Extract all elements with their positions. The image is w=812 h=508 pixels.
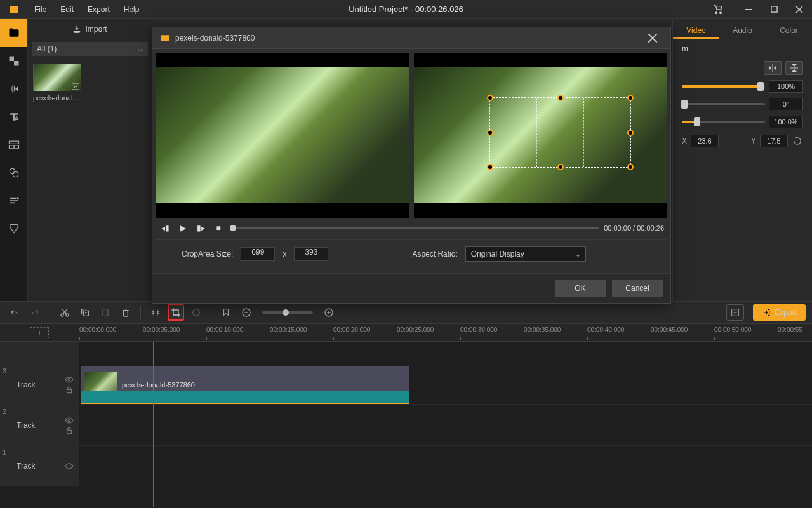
minimize-button[interactable]	[736, 0, 761, 19]
properties-panel: Video Audio Color m 100% 0° 100.0% X 23.…	[672, 19, 812, 301]
sidebar-filters[interactable]	[0, 215, 27, 243]
export-icon	[762, 308, 771, 317]
tab-video[interactable]: Video	[673, 22, 719, 39]
play-button[interactable]: ▶	[176, 222, 189, 234]
svg-text:A: A	[14, 116, 18, 123]
split-button[interactable]	[147, 304, 164, 321]
crop-handle[interactable]	[627, 164, 634, 170]
marker-button[interactable]	[218, 304, 234, 321]
crop-handle[interactable]	[627, 95, 634, 101]
cut-button[interactable]	[57, 304, 73, 321]
ruler-tick: 00:00:20.000	[333, 326, 370, 333]
chevron-down-icon: ⌵	[576, 250, 580, 258]
opacity-slider[interactable]	[682, 121, 765, 123]
cancel-button[interactable]: Cancel	[612, 280, 663, 297]
flip-horizontal-button[interactable]	[764, 61, 782, 75]
timeline-tracks: 3 Track pexels-donald-5377860 2 Track	[0, 342, 812, 507]
close-button[interactable]	[787, 0, 812, 19]
y-value[interactable]: 17.5	[760, 135, 788, 147]
svg-rect-20	[67, 389, 72, 392]
export-label: Export	[775, 308, 797, 317]
tab-color[interactable]: Color	[766, 22, 812, 39]
crop-handle[interactable]	[487, 95, 493, 101]
lock-icon[interactable]	[65, 385, 74, 394]
sidebar-media[interactable]	[0, 19, 27, 47]
dialog-close-button[interactable]	[648, 30, 663, 46]
prev-frame-button[interactable]: ◂▮	[159, 222, 171, 234]
opacity-value[interactable]: 100.0%	[769, 116, 803, 128]
menu-help[interactable]: Help	[117, 3, 146, 17]
reset-icon[interactable]	[792, 135, 803, 147]
media-thumbnail[interactable]: pexels-donal...	[33, 64, 84, 102]
scrub-bar[interactable]	[230, 227, 599, 229]
svg-point-15	[193, 309, 200, 316]
maximize-button[interactable]	[761, 0, 787, 19]
delete-button[interactable]	[117, 304, 134, 321]
zoom-slider[interactable]	[262, 311, 313, 314]
menu-export[interactable]: Export	[81, 3, 116, 17]
x-value[interactable]: 23.6	[691, 135, 719, 147]
paste-button[interactable]	[97, 304, 114, 321]
sidebar-audio[interactable]	[0, 75, 27, 103]
track-number: 1	[3, 448, 6, 456]
crop-handle[interactable]	[557, 95, 564, 101]
crop-button[interactable]	[168, 304, 184, 321]
crop-width-input[interactable]: 699	[241, 247, 275, 261]
crop-rectangle[interactable]	[489, 97, 631, 168]
menu-file[interactable]: File	[28, 3, 53, 17]
scale-value[interactable]: 100%	[769, 80, 803, 93]
svg-point-19	[68, 378, 70, 381]
cart-icon[interactable]	[705, 0, 731, 19]
visibility-icon[interactable]	[65, 462, 74, 471]
dialog-header[interactable]: pexels-donald-5377860	[152, 27, 670, 49]
sidebar-overlay[interactable]	[0, 131, 27, 159]
crop-handle[interactable]	[487, 130, 493, 136]
dialog-title: pexels-donald-5377860	[175, 34, 255, 43]
prop-section-label: m	[673, 44, 812, 53]
sidebar-transition[interactable]	[0, 47, 27, 75]
sidebar-subtitle[interactable]	[0, 187, 27, 215]
add-track-button[interactable]: +	[30, 327, 49, 338]
crop-handle[interactable]	[487, 164, 493, 170]
svg-rect-5	[14, 145, 18, 149]
sidebar: A	[0, 19, 28, 301]
zoom-out-button[interactable]	[238, 304, 255, 321]
aspect-value: Original Display	[471, 250, 524, 258]
ruler-tick: 00:00:35.000	[524, 326, 561, 333]
rotate-slider[interactable]	[682, 103, 765, 105]
ruler-tick: 00:00:05.000	[143, 326, 180, 333]
crop-height-input[interactable]: 393	[294, 247, 328, 261]
media-filter-dropdown[interactable]: All (1) ⌵	[32, 42, 148, 56]
flip-vertical-button[interactable]	[785, 61, 803, 75]
lock-icon[interactable]	[65, 426, 74, 435]
crop-preview-right[interactable]	[414, 53, 667, 218]
redo-button[interactable]	[27, 304, 43, 321]
ok-button[interactable]: OK	[555, 280, 606, 297]
sidebar-text[interactable]: A	[0, 103, 27, 131]
crop-size-label: CropArea Size:	[182, 250, 233, 258]
render-button[interactable]	[726, 304, 744, 321]
chevron-down-icon: ⌵	[138, 44, 143, 53]
speed-button[interactable]	[188, 304, 204, 321]
crop-handle[interactable]	[557, 164, 564, 170]
undo-button[interactable]	[6, 304, 23, 321]
import-button[interactable]: Import	[28, 19, 152, 39]
timeline-ruler[interactable]: + 00:00:00.00000:00:05.00000:00:10.00000…	[0, 324, 812, 342]
ruler-tick: 00:00:00.000	[79, 326, 116, 333]
ruler-tick: 00:00:30.000	[460, 326, 497, 333]
aspect-ratio-dropdown[interactable]: Original Display ⌵	[465, 246, 586, 262]
menu-edit[interactable]: Edit	[54, 3, 80, 17]
visibility-icon[interactable]	[65, 375, 74, 384]
zoom-in-button[interactable]	[321, 304, 337, 321]
next-frame-button[interactable]: ▮▸	[194, 222, 207, 234]
export-button[interactable]: Export	[753, 304, 806, 321]
rotate-value[interactable]: 0°	[769, 98, 803, 110]
sidebar-elements[interactable]	[0, 159, 27, 187]
copy-button[interactable]	[77, 304, 93, 321]
stop-button[interactable]: ■	[212, 222, 225, 234]
crop-handle[interactable]	[627, 130, 634, 136]
visibility-icon[interactable]	[65, 416, 74, 425]
scale-slider[interactable]	[682, 85, 765, 88]
timeline-clip[interactable]: pexels-donald-5377860	[81, 366, 409, 404]
tab-audio[interactable]: Audio	[719, 22, 766, 39]
